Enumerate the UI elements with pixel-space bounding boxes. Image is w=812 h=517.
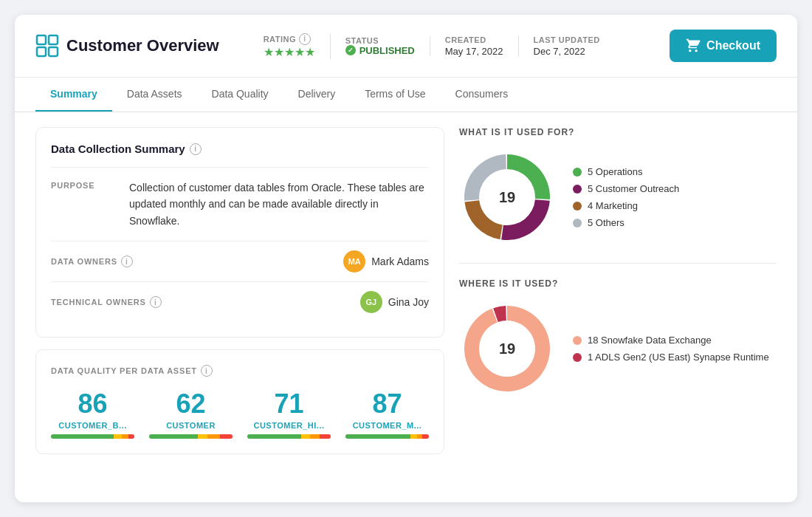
svg-rect-3 <box>49 47 58 56</box>
quality-info-icon[interactable]: i <box>201 365 213 377</box>
main-content: Data Collection Summary i PURPOSE Collec… <box>15 112 797 469</box>
last-updated-block: LAST UPDATED Dec 7, 2022 <box>519 35 615 57</box>
quality-asset: CUSTOMER_B... <box>51 421 134 430</box>
status-badge: PUBLISHED <box>345 45 415 56</box>
used-for-chart: 19 5 Operations 5 Customer Outreach 4 Ma… <box>459 149 777 245</box>
quality-asset: CUSTOMER <box>149 421 233 430</box>
used-for-donut-label: 19 <box>499 189 515 206</box>
quality-asset: CUSTOMER_HI... <box>247 421 331 430</box>
rating-info-icon[interactable]: i <box>299 33 311 45</box>
legend-dot <box>573 185 582 194</box>
last-updated-label: LAST UPDATED <box>534 35 600 44</box>
legend-dot <box>573 202 582 210</box>
quality-items: 86 CUSTOMER_B... 62 CUSTOMER 71 CUSTOMER… <box>51 388 429 439</box>
checkout-button[interactable]: Checkout <box>670 30 777 62</box>
used-for-donut: 19 <box>459 149 555 245</box>
where-used-section: WHERE IS IT USED? 19 18 Snowfake Data Ex… <box>459 278 777 397</box>
rating-stars: ★★★★★ <box>264 45 315 59</box>
purpose-row: PURPOSE Collection of customer data tabl… <box>51 167 429 241</box>
logo-title: Customer Overview <box>35 34 219 58</box>
legend-item: 5 Others <box>573 217 679 228</box>
legend-item: 5 Customer Outreach <box>573 183 679 194</box>
quality-score: 71 <box>247 388 331 420</box>
created-value: May 17, 2022 <box>445 46 503 57</box>
technical-owners-row: TECHNICAL OWNERS i GJ Gina Joy <box>51 281 429 322</box>
where-used-legend: 18 Snowfake Data Exchange 1 ADLS Gen2 (U… <box>573 335 769 363</box>
legend-dot <box>573 219 582 227</box>
quality-item: 87 CUSTOMER_M... <box>345 388 429 439</box>
svg-rect-2 <box>37 47 46 56</box>
legend-dot <box>573 168 582 177</box>
data-owners-row: DATA OWNERS i MA Mark Adams <box>51 241 429 281</box>
where-used-chart: 19 18 Snowfake Data Exchange 1 ADLS Gen2… <box>459 301 777 397</box>
where-used-donut-label: 19 <box>499 340 515 357</box>
purpose-label: PURPOSE <box>51 179 117 229</box>
cart-icon <box>686 38 701 53</box>
technical-owner-avatar: GJ <box>360 291 382 313</box>
legend-label: 5 Others <box>588 217 625 228</box>
tab-delivery[interactable]: Delivery <box>283 78 351 112</box>
checkout-label: Checkout <box>706 39 760 52</box>
created-label: CREATED <box>445 35 486 44</box>
status-label: STATUS <box>345 36 379 45</box>
technical-owners-label: TECHNICAL OWNERS i <box>51 296 162 308</box>
collection-summary-title: Data Collection Summary i <box>51 143 429 155</box>
rating-label: RATING i <box>264 33 311 45</box>
quality-item: 86 CUSTOMER_B... <box>51 388 134 439</box>
data-owners-info-icon[interactable]: i <box>121 256 133 267</box>
rating-block: RATING i ★★★★★ <box>249 33 331 59</box>
data-owner-avatar: MA <box>343 250 365 273</box>
legend-label: 4 Marketing <box>588 200 638 211</box>
data-owner-name: Mark Adams <box>371 256 429 267</box>
left-panel: Data Collection Summary i PURPOSE Collec… <box>35 127 444 454</box>
collection-info-icon[interactable]: i <box>190 143 202 155</box>
quality-section: DATA QUALITY PER DATA ASSET i 86 CUSTOME… <box>35 349 444 454</box>
page-title: Customer Overview <box>66 36 219 55</box>
tabs-nav: Summary Data Assets Data Quality Deliver… <box>15 78 797 112</box>
legend-label: 5 Operations <box>588 166 642 177</box>
quality-asset: CUSTOMER_M... <box>345 421 429 430</box>
used-for-section: WHAT IS IT USED FOR? 19 5 Operations 5 C… <box>459 127 777 245</box>
legend-dot <box>573 353 582 362</box>
tab-data-quality[interactable]: Data Quality <box>197 78 283 112</box>
status-dot <box>345 45 356 55</box>
legend-label: 18 Snowfake Data Exchange <box>588 335 712 346</box>
used-for-title: WHAT IS IT USED FOR? <box>459 127 777 137</box>
header: Customer Overview RATING i ★★★★★ STATUS … <box>15 15 797 78</box>
tab-data-assets[interactable]: Data Assets <box>112 78 197 112</box>
quality-item: 71 CUSTOMER_HI... <box>247 388 331 439</box>
divider <box>459 263 777 264</box>
last-updated-value: Dec 7, 2022 <box>534 46 585 57</box>
tab-consumers[interactable]: Consumers <box>441 78 523 112</box>
legend-item: 5 Operations <box>573 166 679 177</box>
collection-summary-card: Data Collection Summary i PURPOSE Collec… <box>35 127 444 338</box>
used-for-legend: 5 Operations 5 Customer Outreach 4 Marke… <box>573 166 679 228</box>
svg-rect-0 <box>37 35 46 44</box>
where-used-donut: 19 <box>459 301 555 397</box>
where-used-title: WHERE IS IT USED? <box>459 278 777 289</box>
right-panel: WHAT IS IT USED FOR? 19 5 Operations 5 C… <box>459 127 777 454</box>
quality-score: 87 <box>345 388 429 420</box>
purpose-text: Collection of customer data tables from … <box>129 179 429 229</box>
legend-item: 18 Snowfake Data Exchange <box>573 335 769 346</box>
legend-dot <box>573 336 582 345</box>
technical-owners-info-icon[interactable]: i <box>150 296 162 308</box>
quality-section-title: DATA QUALITY PER DATA ASSET i <box>51 365 429 377</box>
legend-item: 4 Marketing <box>573 200 679 211</box>
legend-label: 1 ADLS Gen2 (US East) Synapse Runtime <box>588 352 769 363</box>
quality-item: 62 CUSTOMER <box>149 388 233 439</box>
status-block: STATUS PUBLISHED <box>331 36 430 56</box>
data-owner-info: MA Mark Adams <box>343 250 429 273</box>
tab-summary[interactable]: Summary <box>35 78 112 112</box>
quality-score: 86 <box>51 388 134 420</box>
legend-item: 1 ADLS Gen2 (US East) Synapse Runtime <box>573 352 769 363</box>
data-owners-label: DATA OWNERS i <box>51 256 133 267</box>
meta-section: RATING i ★★★★★ STATUS PUBLISHED CREATED … <box>249 33 652 59</box>
app-logo-icon <box>35 34 59 58</box>
tab-terms-of-use[interactable]: Terms of Use <box>350 78 440 112</box>
svg-rect-1 <box>49 35 58 44</box>
quality-score: 62 <box>149 388 233 420</box>
main-card: Customer Overview RATING i ★★★★★ STATUS … <box>15 15 797 502</box>
technical-owner-info: GJ Gina Joy <box>360 291 429 313</box>
created-block: CREATED May 17, 2022 <box>430 35 519 57</box>
